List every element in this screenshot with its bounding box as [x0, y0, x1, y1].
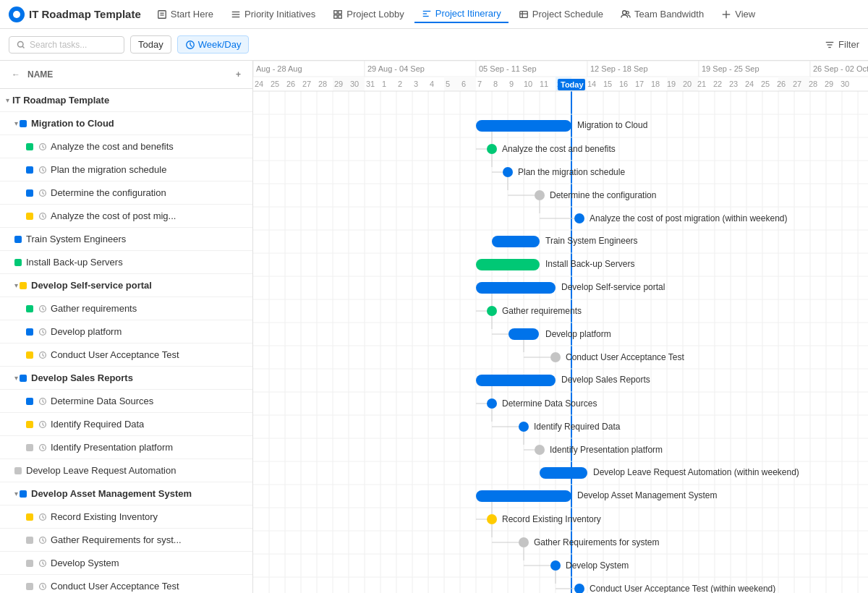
- name-column-header: NAME: [27, 69, 53, 80]
- svg-line-21: [22, 46, 24, 48]
- task-row[interactable]: Identify Required Data: [0, 413, 252, 436]
- task-row[interactable]: Plan the migration schedule: [0, 158, 252, 182]
- svg-text:27: 27: [302, 80, 311, 88]
- svg-text:Record Existing Inventory: Record Existing Inventory: [502, 514, 601, 524]
- logo-icon: [9, 7, 25, 22]
- app-logo: IT Roadmap Template: [9, 7, 141, 22]
- nav-project-lobby[interactable]: Project Lobby: [326, 6, 412, 22]
- task-row[interactable]: Analyze the cost and benefits: [0, 135, 252, 158]
- task-row[interactable]: Gather Requirements for syst...: [0, 529, 252, 552]
- task-row[interactable]: Determine the configuration: [0, 182, 252, 205]
- svg-text:25: 25: [761, 80, 770, 88]
- svg-text:21: 21: [697, 80, 706, 88]
- app-title: IT Roadmap Template: [29, 8, 141, 20]
- svg-rect-0: [158, 10, 166, 18]
- svg-text:27: 27: [793, 80, 801, 88]
- svg-rect-6: [334, 10, 337, 13]
- svg-text:Gather requirements: Gather requirements: [502, 306, 582, 316]
- left-header: ← NAME +: [0, 61, 252, 89]
- svg-rect-13: [520, 11, 528, 17]
- svg-text:Analyze the cost and benefits: Analyze the cost and benefits: [502, 144, 616, 154]
- svg-point-194: [550, 560, 561, 571]
- week-label: Week/Day: [198, 39, 242, 50]
- svg-text:7: 7: [477, 80, 482, 88]
- task-row[interactable]: Conduct User Acceptance Test: [0, 344, 252, 367]
- svg-text:15: 15: [603, 80, 612, 88]
- svg-point-191: [519, 537, 529, 547]
- svg-text:19: 19: [667, 80, 676, 88]
- svg-text:26 Sep - 02 Oct: 26 Sep - 02 Oct: [813, 64, 868, 73]
- nav-priority-initiatives[interactable]: Priority Initiatives: [224, 6, 323, 22]
- svg-point-155: [574, 213, 584, 223]
- task-row[interactable]: Develop platform: [0, 320, 252, 344]
- svg-text:31: 31: [366, 80, 375, 88]
- task-row[interactable]: ▾ Develop Asset Management System: [0, 482, 252, 505]
- task-row[interactable]: ▾ Develop Sales Reports: [0, 367, 252, 390]
- nav-team-bandwidth[interactable]: Team Bandwidth: [613, 6, 711, 22]
- svg-text:Migration to Cloud: Migration to Cloud: [577, 120, 647, 130]
- main-container: ← NAME + ▾ IT Roadmap Template ▾ Migrati…: [0, 61, 868, 593]
- svg-text:Aug - 28 Aug: Aug - 28 Aug: [256, 64, 302, 73]
- svg-text:28: 28: [318, 80, 327, 88]
- svg-point-17: [626, 11, 629, 14]
- svg-text:4: 4: [430, 80, 434, 88]
- back-arrow[interactable]: ←: [9, 67, 23, 82]
- svg-point-20: [18, 41, 24, 47]
- svg-text:Today: Today: [561, 80, 584, 89]
- task-row[interactable]: ▾ IT Roadmap Template: [0, 89, 252, 112]
- week-button[interactable]: Week/Day: [177, 35, 250, 54]
- svg-point-149: [503, 167, 513, 177]
- svg-point-178: [519, 422, 529, 432]
- svg-text:Plan the migration schedule: Plan the migration schedule: [518, 167, 625, 177]
- today-button[interactable]: Today: [130, 35, 171, 54]
- filter-button[interactable]: Filter: [825, 39, 859, 50]
- svg-text:Install Back-up Servers: Install Back-up Servers: [545, 259, 634, 269]
- svg-line-24: [190, 45, 192, 47]
- task-row[interactable]: Gather requirements: [0, 297, 252, 320]
- svg-rect-167: [509, 328, 539, 340]
- svg-rect-143: [476, 120, 571, 132]
- svg-text:Develop Leave Request Automati: Develop Leave Request Automation (within…: [593, 467, 799, 477]
- nav-project-schedule[interactable]: Project Schedule: [511, 6, 610, 22]
- task-row[interactable]: Analyze the cost of post mig...: [0, 205, 252, 228]
- svg-text:5: 5: [446, 80, 450, 88]
- svg-rect-185: [476, 490, 571, 502]
- task-row[interactable]: Determine Data Sources: [0, 390, 252, 413]
- svg-text:10: 10: [524, 80, 532, 88]
- svg-text:30: 30: [841, 80, 849, 88]
- svg-text:17: 17: [635, 80, 644, 88]
- svg-text:Develop Sales Reports: Develop Sales Reports: [561, 375, 650, 385]
- task-row[interactable]: Develop Leave Request Automation: [0, 459, 252, 482]
- svg-text:29 Aug - 04 Sep: 29 Aug - 04 Sep: [367, 64, 425, 73]
- svg-text:Analyze the cost of post migra: Analyze the cost of post migration (with…: [590, 213, 787, 223]
- svg-text:16: 16: [619, 80, 628, 88]
- nav-view-label: View: [735, 9, 755, 20]
- svg-rect-172: [476, 375, 556, 386]
- nav-project-itinerary[interactable]: Project Itinerary: [414, 5, 509, 23]
- nav-view[interactable]: View: [714, 6, 762, 22]
- svg-text:Determine the configuration: Determine the configuration: [550, 190, 656, 200]
- add-task-button[interactable]: +: [233, 67, 244, 82]
- nav-start-here[interactable]: Start Here: [150, 6, 221, 22]
- task-row[interactable]: Develop System: [0, 552, 252, 575]
- task-row[interactable]: Record Existing Inventory: [0, 505, 252, 529]
- nav-bandwidth-label: Team Bandwidth: [634, 9, 704, 20]
- task-row[interactable]: ▾ Migration to Cloud: [0, 112, 252, 135]
- task-row[interactable]: Install Back-up Servers: [0, 251, 252, 274]
- svg-text:2: 2: [398, 80, 402, 88]
- task-row[interactable]: Identify Presentation platform: [0, 436, 252, 459]
- nav-schedule-label: Project Schedule: [532, 9, 603, 20]
- task-row[interactable]: Conduct User Acceptance Test: [0, 575, 252, 593]
- task-row[interactable]: ▾ Develop Self-service portal: [0, 274, 252, 297]
- svg-text:29: 29: [334, 80, 343, 88]
- svg-text:Develop System: Develop System: [566, 560, 629, 571]
- svg-text:23: 23: [729, 80, 738, 88]
- search-box[interactable]: Search tasks...: [9, 36, 124, 54]
- task-row[interactable]: Train System Engineers: [0, 228, 252, 251]
- nav-start-here-label: Start Here: [171, 9, 213, 20]
- svg-text:Conduct User Acceptance Test: Conduct User Acceptance Test: [566, 352, 685, 362]
- svg-text:24: 24: [745, 80, 754, 88]
- svg-text:26: 26: [286, 80, 295, 88]
- nav-lobby-label: Project Lobby: [346, 9, 404, 20]
- svg-text:Identify Required Data: Identify Required Data: [534, 422, 621, 432]
